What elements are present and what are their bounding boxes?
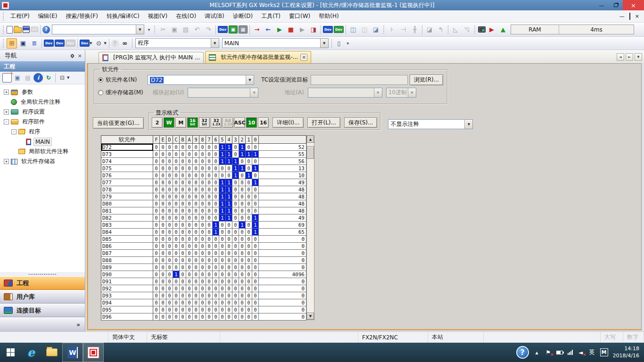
bit-cell[interactable]: 0 (232, 257, 239, 264)
bit-cell[interactable]: 1 (226, 186, 232, 193)
bit-cell[interactable]: 1 (252, 151, 259, 158)
bit-cell[interactable]: 0 (153, 193, 160, 200)
bit-cell[interactable]: 0 (213, 257, 219, 264)
bit-cell[interactable]: 0 (153, 257, 160, 264)
value-cell[interactable]: 52 (259, 144, 306, 151)
bit-cell[interactable]: 0 (193, 313, 199, 321)
bit-cell[interactable]: 0 (232, 306, 239, 313)
bit-cell[interactable]: 1 (219, 200, 226, 207)
bit-cell[interactable]: 0 (252, 172, 259, 179)
nav-view-project[interactable]: 工程 (0, 276, 85, 290)
help-bubble-icon[interactable]: ? (516, 346, 529, 359)
bit-cell[interactable]: 0 (166, 214, 173, 222)
bit-cell[interactable]: 0 (252, 306, 259, 313)
program-check-icon[interactable]: ▯ (334, 38, 344, 49)
device-cell[interactable]: D78 (101, 186, 153, 193)
bit-cell[interactable]: 0 (180, 214, 186, 222)
value-cell[interactable]: 56 (259, 158, 306, 165)
device-cell[interactable]: D91 (101, 278, 153, 285)
tab-scroll-right-icon[interactable]: ► (626, 53, 633, 61)
bit-cell[interactable]: 0 (193, 186, 199, 193)
value-cell[interactable]: 0 (259, 285, 306, 292)
device-comment-search-icon[interactable]: Dev (218, 26, 228, 33)
value-cell[interactable]: 0 (259, 250, 306, 257)
menu-item-project[interactable]: 工程(P) (6, 11, 34, 22)
bit-cell[interactable]: 0 (199, 200, 206, 207)
bit-cell[interactable]: 0 (180, 229, 186, 236)
bit-cell[interactable]: 0 (239, 271, 246, 278)
monitor-status-icon[interactable] (478, 26, 486, 33)
device-cell[interactable]: D85 (101, 236, 153, 243)
bit-cell[interactable]: 1 (226, 207, 232, 214)
device-cell[interactable]: D81 (101, 207, 153, 214)
bit-cell[interactable]: 0 (173, 165, 180, 172)
bit-cell[interactable]: 0 (193, 250, 199, 257)
bit-cell[interactable]: 0 (199, 151, 206, 158)
bit-cell[interactable]: 0 (213, 278, 219, 285)
bit-cell[interactable]: 0 (153, 186, 160, 193)
bit-cell[interactable]: 0 (153, 236, 160, 243)
volume-muted-icon[interactable]: ◄ × (578, 349, 584, 356)
value-cell[interactable]: 48 (259, 193, 306, 200)
device-display-mode-icon[interactable]: Dev (80, 40, 90, 47)
device-cell[interactable]: D74 (101, 158, 153, 165)
bit-cell[interactable]: 1 (252, 165, 259, 172)
bit-cell[interactable]: 0 (199, 158, 206, 165)
bit-cell[interactable]: 0 (206, 278, 213, 285)
bit-cell[interactable]: 0 (166, 243, 173, 250)
bit-cell[interactable]: 0 (199, 214, 206, 222)
value-cell[interactable]: 49 (259, 214, 306, 222)
bit-cell[interactable]: 0 (199, 207, 206, 214)
device-cell[interactable]: D77 (101, 179, 153, 186)
bit-cell[interactable]: 0 (153, 271, 160, 278)
bit-cell[interactable]: 0 (173, 278, 180, 285)
bit-cell[interactable]: 0 (219, 285, 226, 292)
comment-display-dropdown-icon[interactable]: ▼ (464, 120, 472, 129)
open-button[interactable]: 打开(L)... (307, 117, 340, 128)
bit-cell[interactable]: 0 (199, 264, 206, 271)
bit-cell[interactable]: 0 (186, 179, 193, 186)
bit-cell[interactable]: 0 (246, 250, 252, 257)
refresh-view-icon[interactable]: ↻ (44, 73, 53, 82)
bit-cell[interactable]: 0 (239, 250, 246, 257)
bit-cell[interactable]: 0 (213, 207, 219, 214)
bit-cell[interactable]: 0 (173, 264, 180, 271)
mdi-restore-button[interactable] (629, 13, 630, 19)
bit-cell[interactable]: 0 (180, 151, 186, 158)
bit-cell[interactable]: 0 (206, 193, 213, 200)
bit-cell[interactable]: 0 (186, 236, 193, 243)
bit-cell[interactable]: 0 (166, 158, 173, 165)
bit-cell[interactable]: 0 (160, 151, 166, 158)
bit-cell[interactable]: 0 (180, 186, 186, 193)
bit-cell[interactable]: 0 (226, 172, 232, 179)
bit-cell[interactable]: 0 (232, 264, 239, 271)
open-window-icon[interactable]: ◫ (348, 25, 358, 35)
bit-cell[interactable]: 0 (199, 144, 206, 151)
bit-cell[interactable]: 0 (252, 278, 259, 285)
bit-cell[interactable]: 0 (206, 257, 213, 264)
bit-cell[interactable]: 0 (246, 229, 252, 236)
bit-cell[interactable]: 0 (232, 144, 239, 151)
bit-cell[interactable]: 0 (246, 313, 252, 321)
bit-cell[interactable]: 0 (186, 158, 193, 165)
restore-button[interactable] (609, 0, 623, 10)
bit-cell[interactable]: 0 (226, 250, 232, 257)
value-cell[interactable]: 0 (259, 306, 306, 313)
bit-cell[interactable]: 0 (239, 179, 246, 186)
browse-button[interactable]: 浏览(R)... (410, 74, 443, 85)
auto-hide-pin-button[interactable] (71, 53, 74, 59)
bit-cell[interactable]: 0 (232, 207, 239, 214)
bit-cell[interactable]: 0 (166, 172, 173, 179)
mdi-close-button[interactable]: × (635, 13, 639, 19)
value-cell[interactable]: 4096 (259, 271, 306, 278)
device-cell[interactable]: D73 (101, 151, 153, 158)
bit-cell[interactable]: 0 (193, 271, 199, 278)
tree-expander-icon[interactable]: - (4, 119, 9, 124)
bit-cell[interactable]: 0 (199, 229, 206, 236)
bit-cell[interactable]: 0 (206, 299, 213, 306)
copy-data-icon[interactable]: ▣ (13, 73, 22, 82)
bit-cell[interactable]: 0 (160, 264, 166, 271)
bit-cell[interactable]: 0 (199, 243, 206, 250)
bit-cell[interactable]: 0 (246, 257, 252, 264)
menu-item-window[interactable]: 窗口(W) (285, 11, 314, 22)
